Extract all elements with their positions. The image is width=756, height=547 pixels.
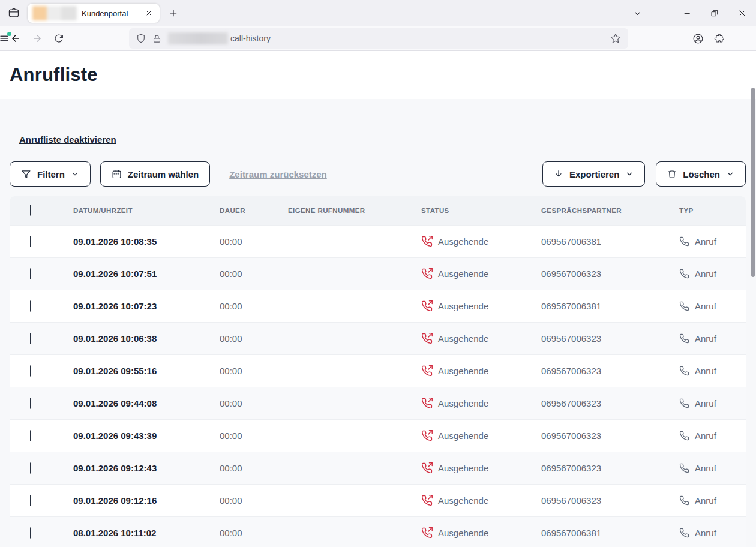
cell-datetime: 09.01.2026 10:08:35	[73, 236, 220, 247]
table-header-row: DATUM/UHRZEIT DAUER EIGENE RUFNUMMER STA…	[10, 196, 746, 225]
cell-status: Ausgehende	[421, 268, 541, 279]
outgoing-call-icon	[421, 333, 433, 344]
cell-duration: 00:00	[220, 463, 288, 473]
choose-date-range-button[interactable]: Zeitraum wählen	[100, 161, 210, 187]
row-checkbox[interactable]	[30, 300, 31, 312]
phone-icon	[679, 431, 689, 441]
cell-partner-number: 069567006323	[541, 269, 679, 279]
cell-datetime: 09.01.2026 10:07:23	[73, 301, 220, 311]
deactivate-call-list-link[interactable]: Anrufliste deaktivieren	[19, 134, 116, 145]
plus-icon	[169, 8, 178, 18]
forward-button[interactable]	[28, 29, 47, 48]
cell-status: Ausgehende	[421, 495, 541, 506]
cell-duration: 00:00	[220, 236, 288, 247]
cell-call-type: Anruf	[679, 528, 746, 538]
row-checkbox[interactable]	[30, 398, 31, 409]
chevron-down-icon	[726, 170, 734, 178]
outgoing-call-icon	[421, 365, 433, 377]
row-checkbox[interactable]	[30, 527, 31, 539]
forward-icon	[32, 33, 43, 44]
minimize-button[interactable]	[673, 0, 701, 26]
type-text: Anruf	[695, 301, 716, 311]
row-checkbox[interactable]	[30, 462, 31, 474]
browser-tab[interactable]: Kundenportal	[28, 4, 160, 23]
shield-icon[interactable]	[136, 34, 146, 43]
restore-icon	[710, 8, 719, 18]
tab-close-button[interactable]	[143, 7, 155, 19]
cell-call-type: Anruf	[679, 495, 746, 506]
cell-partner-number: 069567006323	[541, 463, 679, 473]
cell-status: Ausgehende	[421, 300, 541, 312]
select-all-checkbox[interactable]	[30, 205, 31, 216]
phone-icon	[679, 333, 689, 344]
extensions-button[interactable]	[710, 29, 729, 48]
outgoing-call-icon	[421, 462, 433, 474]
row-checkbox[interactable]	[30, 333, 31, 344]
firefox-view-button[interactable]	[5, 4, 23, 22]
phone-icon	[679, 236, 689, 247]
chevron-down-icon	[625, 170, 634, 178]
cell-status: Ausgehende	[421, 365, 541, 377]
cell-call-type: Anruf	[679, 301, 746, 311]
cell-status: Ausgehende	[421, 462, 541, 474]
type-text: Anruf	[695, 269, 716, 279]
table-row: 09.01.2026 10:06:38 00:00 Ausgehende 069…	[10, 322, 746, 354]
phone-icon	[679, 495, 689, 506]
cell-duration: 00:00	[220, 398, 288, 408]
new-tab-button[interactable]	[164, 4, 182, 22]
outgoing-call-icon	[421, 268, 433, 279]
url-bar[interactable]: call-history	[129, 28, 628, 49]
reload-button[interactable]	[49, 29, 68, 48]
choose-range-label: Zeitraum wählen	[128, 169, 199, 179]
close-window-button[interactable]	[728, 0, 756, 26]
phone-icon	[679, 528, 689, 538]
lock-icon[interactable]	[152, 34, 161, 43]
cell-call-type: Anruf	[679, 463, 746, 473]
outgoing-call-icon	[421, 527, 433, 539]
export-button[interactable]: Exportieren	[542, 161, 645, 187]
star-icon	[610, 33, 621, 44]
close-icon	[737, 8, 747, 18]
trash-icon	[667, 169, 677, 179]
table-body: 09.01.2026 10:08:35 00:00 Ausgehende 069…	[10, 225, 746, 547]
row-checkbox[interactable]	[30, 430, 31, 441]
chevron-down-icon	[633, 9, 642, 18]
tab-title: Kundenportal	[82, 9, 143, 18]
delete-label: Löschen	[683, 169, 720, 179]
cell-status: Ausgehende	[421, 333, 541, 344]
table-row: 09.01.2026 10:08:35 00:00 Ausgehende 069…	[10, 225, 746, 257]
account-button[interactable]	[688, 29, 707, 48]
cell-call-type: Anruf	[679, 269, 746, 279]
column-header-type: TYP	[679, 207, 746, 214]
bookmark-star-button[interactable]	[610, 33, 621, 44]
cell-partner-number: 069567006323	[541, 398, 679, 408]
cell-partner-number: 069567006381	[541, 236, 679, 247]
cell-duration: 00:00	[220, 301, 288, 311]
browser-window: Kundenportal	[0, 0, 756, 547]
call-history-table: DATUM/UHRZEIT DAUER EIGENE RUFNUMMER STA…	[10, 196, 746, 547]
filter-button[interactable]: Filtern	[10, 161, 91, 187]
row-checkbox[interactable]	[30, 268, 31, 279]
cell-datetime: 09.01.2026 09:55:16	[73, 366, 220, 376]
filter-label: Filtern	[37, 169, 65, 179]
reset-date-range-link[interactable]: Zeitraum zurücksetzen	[229, 169, 327, 179]
cell-datetime: 09.01.2026 10:06:38	[73, 333, 220, 344]
page-scrollbar[interactable]	[751, 88, 755, 277]
app-menu-button[interactable]	[0, 29, 14, 48]
row-checkbox[interactable]	[30, 495, 31, 506]
cell-datetime: 08.01.2026 10:11:02	[73, 528, 220, 538]
row-checkbox[interactable]	[30, 236, 31, 247]
cell-datetime: 09.01.2026 09:12:16	[73, 495, 220, 506]
delete-button[interactable]: Löschen	[656, 161, 746, 187]
row-checkbox[interactable]	[30, 365, 31, 377]
cell-duration: 00:00	[220, 528, 288, 538]
cell-partner-number: 069567006381	[541, 528, 679, 538]
phone-icon	[679, 398, 689, 408]
list-all-tabs-button[interactable]	[625, 4, 649, 22]
status-text: Ausgehende	[438, 366, 488, 376]
restore-button[interactable]	[701, 0, 728, 26]
column-header-datetime: DATUM/UHRZEIT	[73, 207, 220, 214]
table-row: 09.01.2026 09:12:16 00:00 Ausgehende 069…	[10, 484, 746, 516]
status-text: Ausgehende	[438, 269, 488, 279]
cell-status: Ausgehende	[421, 236, 541, 247]
